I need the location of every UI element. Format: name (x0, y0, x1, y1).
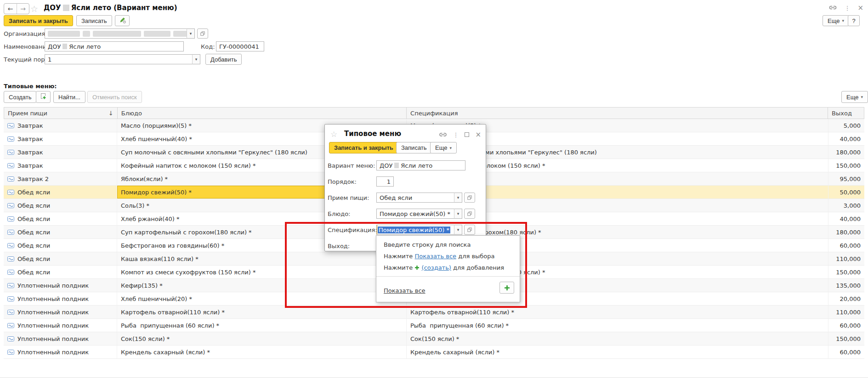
current-order-field[interactable]: 1 (45, 54, 193, 64)
cell-dish[interactable]: Кефир(135) * (117, 279, 407, 292)
cell-spec[interactable]: Картофель отварной(110 ясли) * (407, 306, 828, 318)
cancel-search-button[interactable]: Отменить поиск (87, 91, 142, 103)
cell-meal[interactable]: Уплотненный полдник (4, 292, 117, 305)
cell-output[interactable]: 5,000 (828, 119, 864, 132)
cell-meal[interactable]: Завтрак (4, 159, 117, 172)
save-button[interactable]: Записать (76, 15, 112, 26)
cell-dish[interactable]: Хлеб пшеничный(20) * (117, 292, 407, 305)
table-row[interactable]: Уплотненный полдник Сок(150 ясли) * Сок(… (4, 332, 864, 346)
cell-dish[interactable]: Картофель отварной(110 ясли) * (117, 306, 407, 318)
show-all-inline-link[interactable]: Показать все (414, 253, 456, 260)
cell-dish[interactable]: Сок(150 ясли) * (117, 332, 407, 345)
table-row[interactable]: Уплотненный полдник Крендель сахарный (я… (4, 346, 864, 359)
cell-output[interactable]: 60,000 (828, 346, 864, 358)
cell-output[interactable]: 150,000 (828, 332, 864, 345)
create-new-button[interactable] (499, 282, 514, 294)
cell-output[interactable]: 50,000 (828, 186, 864, 199)
cell-spec[interactable]: Крендель сахарный (ясли) * (407, 346, 828, 358)
cell-output[interactable]: 60,000 (828, 319, 864, 332)
cell-meal[interactable]: Обед ясли (4, 186, 117, 199)
cell-output[interactable]: 95,000 (828, 172, 864, 185)
cell-meal[interactable]: Уплотненный полдник (4, 319, 117, 332)
table-row[interactable]: Уплотненный полдник Картофель отварной(1… (4, 306, 864, 319)
org-dropdown-button[interactable]: ▾ (187, 28, 195, 39)
meal-open-button[interactable] (464, 193, 475, 203)
cell-meal[interactable]: Обед ясли (4, 266, 117, 278)
cell-dish[interactable]: Компот из смеси сухофруктов (150 ясли) * (117, 266, 407, 278)
cell-output[interactable]: 180,000 (828, 226, 864, 238)
dialog-more-button[interactable]: Еще▾ (430, 142, 457, 153)
create-button[interactable]: Создать (4, 91, 36, 103)
variant-field[interactable]: ДОУЯсли лето (376, 160, 465, 170)
cell-output[interactable]: 20,000 (828, 292, 864, 305)
order-field[interactable]: 1 (376, 176, 394, 187)
maximize-icon[interactable] (465, 132, 469, 137)
cell-output[interactable]: 150,000 (828, 159, 864, 172)
name-field[interactable]: ДОУЯсли лето (45, 41, 184, 51)
code-field[interactable]: ГУ-00000041 (216, 41, 264, 51)
dish-dropdown-button[interactable]: ▾ (454, 209, 462, 219)
more-button-table[interactable]: Еще▾ (841, 91, 868, 103)
save-close-button[interactable]: Записать и закрыть (4, 15, 73, 26)
cell-dish[interactable]: Крендель сахарный (ясли) * (117, 346, 407, 358)
add-button[interactable]: Добавить (205, 54, 242, 65)
cell-meal[interactable]: Уплотненный полдник (4, 346, 117, 358)
back-button[interactable]: ← (4, 4, 17, 14)
org-field[interactable] (45, 28, 187, 39)
help-button[interactable]: ? (848, 15, 860, 26)
current-order-dropdown-button[interactable]: ▾ (192, 54, 200, 64)
spec-dropdown-button[interactable]: ▾ (454, 225, 462, 235)
create-link[interactable]: (создать) (422, 264, 451, 271)
cell-spec[interactable]: Сок(150 ясли) * (407, 332, 828, 345)
cell-dish[interactable]: Рыба припущенная (60 ясли) * (117, 319, 407, 332)
cell-meal[interactable]: Обед ясли (4, 212, 117, 225)
org-open-button[interactable] (197, 28, 208, 39)
spec-open-button[interactable] (464, 225, 475, 235)
cell-output[interactable]: 40,000 (828, 212, 864, 225)
cell-meal[interactable]: Обед ясли (4, 226, 117, 238)
copy-item-button[interactable] (36, 91, 51, 103)
cell-meal[interactable]: Уплотненный полдник (4, 306, 117, 318)
link-icon[interactable] (829, 5, 837, 11)
cell-meal[interactable]: Уплотненный полдник (4, 332, 117, 345)
cell-output[interactable]: 110,000 (828, 306, 864, 318)
close-icon[interactable]: × (857, 4, 863, 12)
cell-meal[interactable]: Обед ясли (4, 252, 117, 265)
table-row[interactable]: Уплотненный полдник Рыба припущенная (60… (4, 319, 864, 332)
cell-output[interactable]: 150,000 (828, 266, 864, 278)
meal-dropdown-button[interactable]: ▾ (454, 193, 462, 203)
link-icon[interactable] (439, 131, 447, 138)
cell-meal[interactable]: Завтрак (4, 132, 117, 145)
cell-output[interactable]: 110,000 (828, 252, 864, 265)
forward-button[interactable]: → (17, 4, 29, 14)
close-icon[interactable]: × (475, 130, 481, 139)
cell-dish[interactable]: Каша вязкая(110 ясли) * (117, 252, 407, 265)
dialog-save-button[interactable]: Записать (396, 142, 432, 153)
cell-output[interactable]: 3,000 (828, 199, 864, 212)
cell-meal[interactable]: Завтрак (4, 146, 117, 159)
column-header-spec[interactable]: Спецификация (407, 108, 828, 119)
cell-output[interactable]: 40,000 (828, 132, 864, 145)
cell-output[interactable]: 60,000 (828, 239, 864, 252)
find-button[interactable]: Найти... (53, 91, 85, 103)
edit-pencil-button[interactable] (115, 15, 130, 26)
column-header-dish[interactable]: Блюдо (118, 108, 407, 119)
more-menu-icon[interactable]: ⋮ (453, 131, 459, 138)
cell-meal[interactable]: Обед ясли (4, 199, 117, 212)
cell-meal[interactable]: Завтрак 2 (4, 172, 117, 185)
cell-meal[interactable]: Уплотненный полдник (4, 279, 117, 292)
more-menu-icon[interactable]: ⋮ (844, 5, 850, 11)
cell-output[interactable]: 180,000 (828, 146, 864, 159)
show-all-link[interactable]: Показать все (384, 287, 425, 294)
meal-field[interactable]: Обед ясли (376, 193, 454, 203)
cell-meal[interactable]: Обед ясли (4, 239, 117, 252)
cell-meal[interactable]: Завтрак (4, 119, 117, 132)
favorite-star-icon[interactable]: ☆ (330, 130, 337, 139)
dish-field[interactable]: Помидор свежий(50) * (376, 209, 454, 219)
dish-open-button[interactable] (464, 209, 475, 219)
more-button-top[interactable]: Еще▾ (823, 15, 849, 26)
cell-output[interactable]: 135,000 (828, 279, 864, 292)
spec-field[interactable]: Помидор свежий(50) * (376, 225, 454, 235)
favorite-star-icon[interactable]: ☆ (30, 4, 38, 14)
column-header-output[interactable]: Выход (828, 108, 864, 119)
